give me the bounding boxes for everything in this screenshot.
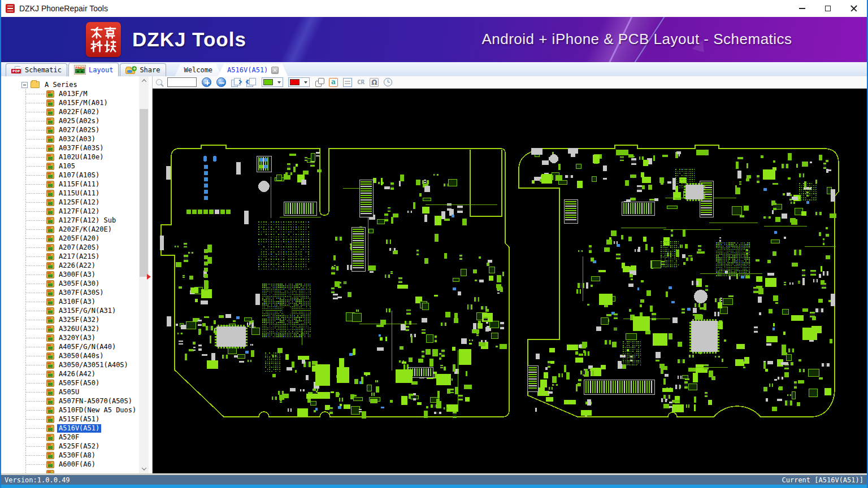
tree-item-label: A320Y(A3) [57, 334, 97, 342]
tree-item[interactable]: A516V(A51) [1, 424, 152, 433]
caret-down-icon [304, 81, 307, 84]
tree-item[interactable]: A127F(A12) [1, 207, 152, 216]
tree-item[interactable]: A3050(A40s) [1, 351, 152, 360]
tree-item[interactable]: A320Y(A3) [1, 333, 152, 342]
maximize-button[interactable] [815, 0, 841, 17]
tab-schematic[interactable]: PDF Schematic [6, 63, 67, 76]
bottom-layer-color-picker[interactable] [288, 77, 310, 87]
tab-layout[interactable]: PADS Layout [68, 63, 119, 76]
doc-tab-a516v[interactable]: A516V(A51) [218, 64, 288, 76]
tree-item[interactable]: A115U(A11) [1, 189, 152, 198]
tree-item[interactable]: A226(A22) [1, 261, 152, 270]
tree-item[interactable]: A107(A10S) [1, 171, 152, 180]
tree-item[interactable]: A115F(A11) [1, 180, 152, 189]
scroll-up-button[interactable] [139, 76, 149, 85]
tree-item[interactable]: A105 [1, 162, 152, 171]
tree-item[interactable]: A207(A20S) [1, 243, 152, 252]
pads-board-icon [46, 425, 54, 432]
tree-item[interactable]: A325F(A32) [1, 315, 152, 324]
tree-item[interactable]: A310F(A3) [1, 297, 152, 306]
rotate-right-button[interactable] [231, 78, 241, 87]
tree-item[interactable]: A426(A42) [1, 369, 152, 378]
tree-item[interactable]: A520F [1, 433, 152, 442]
pads-board-icon [46, 416, 54, 423]
tree-item[interactable]: A015F/M(A01) [1, 98, 152, 107]
tree-item[interactable]: A217(A21S) [1, 252, 152, 261]
tree-item[interactable]: A525F(A52) [1, 442, 152, 451]
minimize-button[interactable] [789, 0, 815, 17]
tree-item[interactable]: A505U [1, 387, 152, 396]
tree-item[interactable]: A505F(A50) [1, 378, 152, 387]
doc-tab-close-icon[interactable] [271, 67, 279, 74]
tree-item[interactable]: A125F(A12) [1, 198, 152, 207]
label-toggle-button[interactable]: a [329, 78, 338, 87]
tree-expander-icon[interactable] [21, 82, 28, 88]
tree-item[interactable]: A022F(A02) [1, 107, 152, 116]
top-layer-color-picker[interactable] [262, 77, 283, 87]
pads-board-icon [46, 352, 54, 360]
scroll-down-button[interactable] [139, 464, 149, 473]
tree-item-label: A530F(A8) [57, 451, 97, 460]
tree-item[interactable]: A307F(A30S) [1, 288, 152, 297]
tab-strip: PDF Schematic PADS Layout + Share Welcom… [1, 62, 867, 76]
tree-item[interactable]: A127F(A12) Sub [1, 216, 152, 225]
tree-item-label: A405F/G/N(A40) [57, 343, 118, 351]
scrollbar-thumb[interactable] [140, 109, 148, 277]
rotate-left-button[interactable] [246, 78, 257, 87]
pads-board-icon [46, 280, 54, 287]
tree-item[interactable] [1, 469, 152, 473]
tree-item[interactable]: A013F/M [1, 89, 152, 98]
window-layout-button[interactable] [315, 78, 324, 87]
tree-item[interactable]: A027(A02S) [1, 125, 152, 134]
tree-item-label: A115U(A11) [57, 189, 101, 198]
tree-item[interactable]: A315F/G/N(A31) [1, 306, 152, 315]
tree-item[interactable]: A205F(A20) [1, 234, 152, 243]
caret-down-icon [277, 81, 281, 84]
pads-board-icon [46, 307, 54, 315]
tree-item-label: A600F(A6) [57, 460, 97, 469]
history-button[interactable] [384, 78, 392, 86]
tree-item[interactable]: A510FD(New A5 Duos) [1, 406, 152, 415]
app-icon [6, 4, 15, 13]
cr-button[interactable]: CR [357, 79, 364, 86]
tree-item-label: A022F(A02) [57, 108, 101, 116]
tree-item-label: A125F(A12) [57, 198, 101, 207]
tree-item[interactable]: A102U(A10e) [1, 152, 152, 162]
resistance-button[interactable]: Ω [370, 78, 379, 87]
rotate-arrow-icon [237, 79, 242, 84]
tree-item[interactable]: A202F/K(A20E) [1, 225, 152, 234]
zoom-in-button[interactable] [202, 77, 211, 87]
close-button[interactable] [841, 0, 867, 17]
tree-item[interactable]: A515F(A51) [1, 415, 152, 424]
pads-board-icon [46, 226, 54, 233]
search-input[interactable] [167, 77, 197, 87]
tree-item[interactable]: A032(A03) [1, 134, 152, 143]
banner-streak [238, 17, 363, 62]
tree-item[interactable]: A300F(A3) [1, 270, 152, 279]
tree-item[interactable]: A326U(A32) [1, 324, 152, 333]
tree-item-label: A127F(A12) Sub [57, 216, 118, 225]
pads-board-icon [46, 380, 54, 387]
pads-board-icon [46, 334, 54, 342]
tree-item[interactable]: A3050/A3051(A40S) [1, 360, 152, 369]
tree-item[interactable]: A530F(A8) [1, 451, 152, 460]
tree-item[interactable]: A037F(A03S) [1, 143, 152, 152]
pads-board-icon [46, 99, 54, 107]
tree-item[interactable]: A025(A02s) [1, 116, 152, 125]
tree-item[interactable]: A600F(A6) [1, 460, 152, 469]
tree-item[interactable]: A507FN-A5070(A50S) [1, 396, 152, 406]
layers-button[interactable] [343, 78, 352, 87]
tree-root-a-series[interactable]: A Series [1, 80, 152, 89]
tree-item-label: A207(A20S) [57, 243, 101, 252]
doc-tab-welcome[interactable]: Welcome [175, 64, 222, 76]
pads-board-icon [46, 199, 54, 206]
tree-item-label: A426(A42) [57, 370, 97, 378]
chevron-down-icon [141, 465, 146, 470]
tab-share[interactable]: + Share [120, 63, 166, 76]
folder-icon [31, 81, 40, 88]
tree-item[interactable]: A305F(A30) [1, 279, 152, 288]
zoom-out-button[interactable] [216, 77, 226, 87]
pcb-canvas[interactable] [153, 89, 867, 473]
tree-item[interactable]: A405F/G/N(A40) [1, 342, 152, 351]
tree-item-label: A027(A02S) [57, 126, 101, 134]
